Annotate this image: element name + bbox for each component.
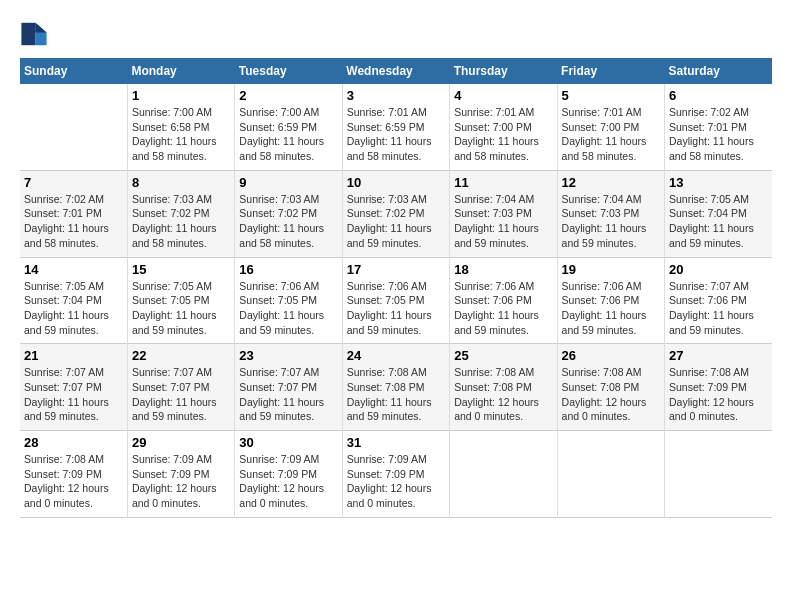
- day-number: 27: [669, 348, 768, 363]
- day-number: 7: [24, 175, 123, 190]
- day-number: 13: [669, 175, 768, 190]
- day-number: 26: [562, 348, 660, 363]
- logo-icon: [20, 20, 48, 48]
- calendar-cell: 2Sunrise: 7:00 AMSunset: 6:59 PMDaylight…: [235, 84, 342, 170]
- day-info: Sunrise: 7:08 AMSunset: 7:08 PMDaylight:…: [454, 365, 552, 424]
- day-number: 28: [24, 435, 123, 450]
- day-number: 17: [347, 262, 445, 277]
- calendar-cell: 1Sunrise: 7:00 AMSunset: 6:58 PMDaylight…: [127, 84, 234, 170]
- day-number: 23: [239, 348, 337, 363]
- day-info: Sunrise: 7:09 AMSunset: 7:09 PMDaylight:…: [239, 452, 337, 511]
- calendar-week-row: 14Sunrise: 7:05 AMSunset: 7:04 PMDayligh…: [20, 257, 772, 344]
- calendar-cell: [665, 431, 772, 518]
- day-info: Sunrise: 7:01 AMSunset: 7:00 PMDaylight:…: [562, 105, 660, 164]
- day-number: 14: [24, 262, 123, 277]
- calendar-cell: 12Sunrise: 7:04 AMSunset: 7:03 PMDayligh…: [557, 170, 664, 257]
- weekday-header: Wednesday: [342, 58, 449, 84]
- day-info: Sunrise: 7:08 AMSunset: 7:09 PMDaylight:…: [24, 452, 123, 511]
- svg-rect-3: [21, 23, 35, 45]
- day-number: 19: [562, 262, 660, 277]
- day-number: 9: [239, 175, 337, 190]
- day-number: 29: [132, 435, 230, 450]
- calendar-cell: 11Sunrise: 7:04 AMSunset: 7:03 PMDayligh…: [450, 170, 557, 257]
- weekday-header: Thursday: [450, 58, 557, 84]
- calendar-cell: 7Sunrise: 7:02 AMSunset: 7:01 PMDaylight…: [20, 170, 127, 257]
- day-info: Sunrise: 7:00 AMSunset: 6:58 PMDaylight:…: [132, 105, 230, 164]
- day-number: 20: [669, 262, 768, 277]
- day-number: 8: [132, 175, 230, 190]
- calendar-cell: [20, 84, 127, 170]
- calendar-cell: 26Sunrise: 7:08 AMSunset: 7:08 PMDayligh…: [557, 344, 664, 431]
- day-info: Sunrise: 7:07 AMSunset: 7:07 PMDaylight:…: [24, 365, 123, 424]
- calendar-cell: 9Sunrise: 7:03 AMSunset: 7:02 PMDaylight…: [235, 170, 342, 257]
- calendar-cell: 31Sunrise: 7:09 AMSunset: 7:09 PMDayligh…: [342, 431, 449, 518]
- day-number: 4: [454, 88, 552, 103]
- day-info: Sunrise: 7:04 AMSunset: 7:03 PMDaylight:…: [562, 192, 660, 251]
- day-info: Sunrise: 7:07 AMSunset: 7:06 PMDaylight:…: [669, 279, 768, 338]
- day-info: Sunrise: 7:06 AMSunset: 7:05 PMDaylight:…: [347, 279, 445, 338]
- day-number: 22: [132, 348, 230, 363]
- day-info: Sunrise: 7:03 AMSunset: 7:02 PMDaylight:…: [239, 192, 337, 251]
- logo: [20, 20, 52, 48]
- calendar-table: SundayMondayTuesdayWednesdayThursdayFrid…: [20, 58, 772, 518]
- day-number: 30: [239, 435, 337, 450]
- weekday-header: Monday: [127, 58, 234, 84]
- day-info: Sunrise: 7:02 AMSunset: 7:01 PMDaylight:…: [669, 105, 768, 164]
- day-number: 6: [669, 88, 768, 103]
- calendar-cell: 28Sunrise: 7:08 AMSunset: 7:09 PMDayligh…: [20, 431, 127, 518]
- calendar-cell: [557, 431, 664, 518]
- calendar-week-row: 28Sunrise: 7:08 AMSunset: 7:09 PMDayligh…: [20, 431, 772, 518]
- day-number: 18: [454, 262, 552, 277]
- day-number: 21: [24, 348, 123, 363]
- calendar-cell: 23Sunrise: 7:07 AMSunset: 7:07 PMDayligh…: [235, 344, 342, 431]
- day-number: 1: [132, 88, 230, 103]
- weekday-header: Saturday: [665, 58, 772, 84]
- calendar-cell: 19Sunrise: 7:06 AMSunset: 7:06 PMDayligh…: [557, 257, 664, 344]
- day-info: Sunrise: 7:05 AMSunset: 7:04 PMDaylight:…: [24, 279, 123, 338]
- calendar-cell: 21Sunrise: 7:07 AMSunset: 7:07 PMDayligh…: [20, 344, 127, 431]
- day-info: Sunrise: 7:05 AMSunset: 7:05 PMDaylight:…: [132, 279, 230, 338]
- day-info: Sunrise: 7:07 AMSunset: 7:07 PMDaylight:…: [239, 365, 337, 424]
- calendar-cell: 13Sunrise: 7:05 AMSunset: 7:04 PMDayligh…: [665, 170, 772, 257]
- day-number: 16: [239, 262, 337, 277]
- day-info: Sunrise: 7:00 AMSunset: 6:59 PMDaylight:…: [239, 105, 337, 164]
- calendar-cell: 18Sunrise: 7:06 AMSunset: 7:06 PMDayligh…: [450, 257, 557, 344]
- calendar-cell: 14Sunrise: 7:05 AMSunset: 7:04 PMDayligh…: [20, 257, 127, 344]
- day-number: 24: [347, 348, 445, 363]
- day-info: Sunrise: 7:03 AMSunset: 7:02 PMDaylight:…: [347, 192, 445, 251]
- weekday-header: Sunday: [20, 58, 127, 84]
- calendar-cell: 5Sunrise: 7:01 AMSunset: 7:00 PMDaylight…: [557, 84, 664, 170]
- day-number: 2: [239, 88, 337, 103]
- calendar-cell: 24Sunrise: 7:08 AMSunset: 7:08 PMDayligh…: [342, 344, 449, 431]
- day-info: Sunrise: 7:09 AMSunset: 7:09 PMDaylight:…: [347, 452, 445, 511]
- day-number: 15: [132, 262, 230, 277]
- calendar-cell: 16Sunrise: 7:06 AMSunset: 7:05 PMDayligh…: [235, 257, 342, 344]
- calendar-cell: 8Sunrise: 7:03 AMSunset: 7:02 PMDaylight…: [127, 170, 234, 257]
- calendar-cell: 20Sunrise: 7:07 AMSunset: 7:06 PMDayligh…: [665, 257, 772, 344]
- calendar-cell: 4Sunrise: 7:01 AMSunset: 7:00 PMDaylight…: [450, 84, 557, 170]
- day-info: Sunrise: 7:02 AMSunset: 7:01 PMDaylight:…: [24, 192, 123, 251]
- day-info: Sunrise: 7:07 AMSunset: 7:07 PMDaylight:…: [132, 365, 230, 424]
- day-info: Sunrise: 7:06 AMSunset: 7:06 PMDaylight:…: [562, 279, 660, 338]
- day-number: 31: [347, 435, 445, 450]
- day-info: Sunrise: 7:01 AMSunset: 7:00 PMDaylight:…: [454, 105, 552, 164]
- day-info: Sunrise: 7:06 AMSunset: 7:06 PMDaylight:…: [454, 279, 552, 338]
- calendar-cell: 6Sunrise: 7:02 AMSunset: 7:01 PMDaylight…: [665, 84, 772, 170]
- calendar-cell: 27Sunrise: 7:08 AMSunset: 7:09 PMDayligh…: [665, 344, 772, 431]
- weekday-header: Friday: [557, 58, 664, 84]
- calendar-week-row: 7Sunrise: 7:02 AMSunset: 7:01 PMDaylight…: [20, 170, 772, 257]
- day-number: 12: [562, 175, 660, 190]
- calendar-cell: 17Sunrise: 7:06 AMSunset: 7:05 PMDayligh…: [342, 257, 449, 344]
- calendar-cell: 3Sunrise: 7:01 AMSunset: 6:59 PMDaylight…: [342, 84, 449, 170]
- weekday-header: Tuesday: [235, 58, 342, 84]
- calendar-cell: 10Sunrise: 7:03 AMSunset: 7:02 PMDayligh…: [342, 170, 449, 257]
- calendar-cell: [450, 431, 557, 518]
- day-info: Sunrise: 7:03 AMSunset: 7:02 PMDaylight:…: [132, 192, 230, 251]
- calendar-week-row: 1Sunrise: 7:00 AMSunset: 6:58 PMDaylight…: [20, 84, 772, 170]
- day-number: 11: [454, 175, 552, 190]
- day-info: Sunrise: 7:08 AMSunset: 7:09 PMDaylight:…: [669, 365, 768, 424]
- day-info: Sunrise: 7:09 AMSunset: 7:09 PMDaylight:…: [132, 452, 230, 511]
- day-info: Sunrise: 7:06 AMSunset: 7:05 PMDaylight:…: [239, 279, 337, 338]
- day-info: Sunrise: 7:01 AMSunset: 6:59 PMDaylight:…: [347, 105, 445, 164]
- day-info: Sunrise: 7:04 AMSunset: 7:03 PMDaylight:…: [454, 192, 552, 251]
